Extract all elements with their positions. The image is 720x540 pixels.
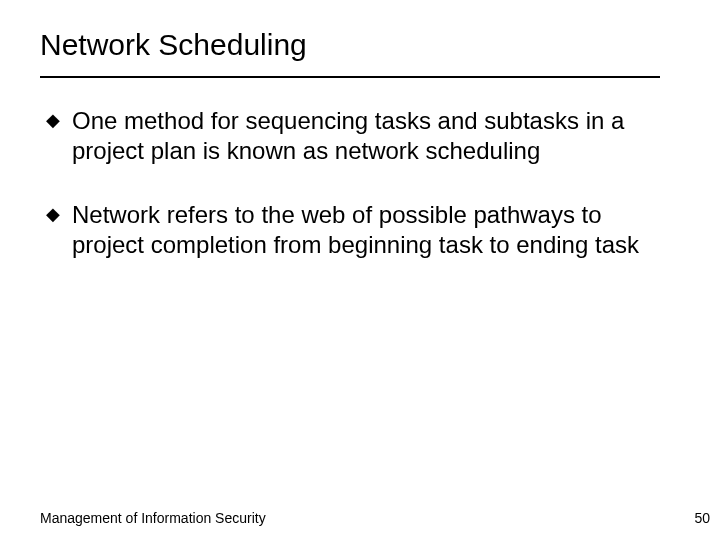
list-item: ◆ One method for sequencing tasks and su… <box>46 106 666 166</box>
list-item: ◆ Network refers to the web of possible … <box>46 200 666 260</box>
bullet-text: Network refers to the web of possible pa… <box>72 201 639 258</box>
diamond-icon: ◆ <box>46 205 60 223</box>
bullet-text: One method for sequencing tasks and subt… <box>72 107 624 164</box>
diamond-icon: ◆ <box>46 111 60 129</box>
bullet-list: ◆ One method for sequencing tasks and su… <box>40 106 680 260</box>
slide-title: Network Scheduling <box>40 28 680 62</box>
title-rule <box>40 76 660 78</box>
page-number: 50 <box>694 510 710 526</box>
slide: Network Scheduling ◆ One method for sequ… <box>0 0 720 540</box>
footer-text: Management of Information Security <box>40 510 266 526</box>
footer: Management of Information Security 50 <box>40 510 710 526</box>
